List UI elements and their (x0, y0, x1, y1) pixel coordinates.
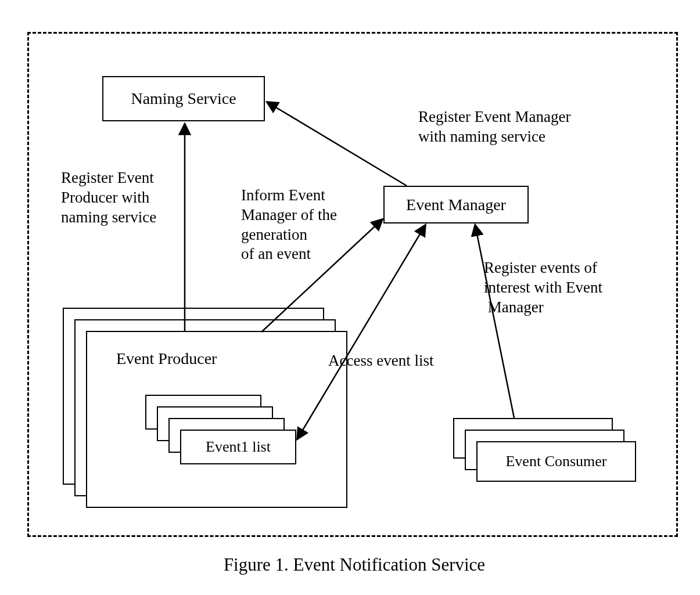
naming-service-box: Naming Service (102, 76, 265, 121)
event-list-box: Event1 list (180, 430, 296, 464)
naming-service-label: Naming Service (131, 89, 236, 108)
access-list-text: Access event list (328, 351, 433, 371)
event-producer-label: Event Producer (116, 349, 217, 368)
register-interest-text: Register events of interest with Event M… (484, 258, 602, 317)
event-manager-box: Event Manager (383, 186, 529, 223)
event-list-label: Event1 list (206, 438, 271, 456)
figure-caption: Figure 1. Event Notification Service (174, 554, 534, 575)
event-consumer-box: Event Consumer (476, 441, 636, 482)
register-producer-text: Register Event Producer with naming serv… (61, 168, 156, 227)
register-manager-text: Register Event Manager with naming servi… (418, 107, 570, 147)
event-manager-label: Event Manager (406, 196, 506, 214)
event-consumer-label: Event Consumer (505, 453, 606, 470)
inform-manager-text: Inform Event Manager of the generation o… (241, 186, 337, 264)
diagram-canvas: Naming Service Event Manager Event Produ… (0, 0, 700, 595)
